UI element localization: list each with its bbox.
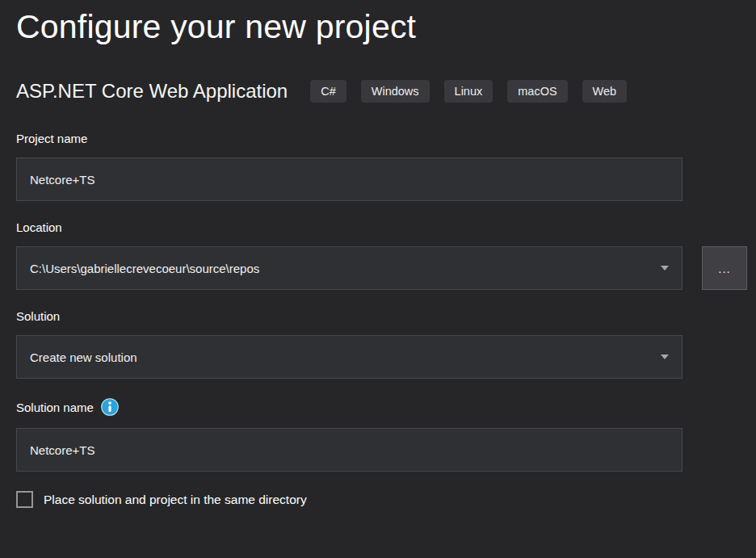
same-directory-checkbox[interactable] <box>16 491 33 508</box>
project-name-label: Project name <box>16 132 756 145</box>
same-directory-label[interactable]: Place solution and project in the same d… <box>44 493 307 507</box>
configure-project-dialog: Configure your new project ASP.NET Core … <box>0 8 756 508</box>
template-info-row: ASP.NET Core Web Application C# Windows … <box>16 80 756 103</box>
chevron-down-icon[interactable] <box>661 355 669 359</box>
location-value: C:\Users\gabriellecrevecoeur\source\repo… <box>30 262 259 275</box>
tag-web: Web <box>582 80 628 103</box>
chevron-down-icon[interactable] <box>661 266 669 271</box>
tag-csharp: C# <box>310 80 346 103</box>
location-label: Location <box>16 220 756 234</box>
solution-name-input[interactable] <box>16 428 682 472</box>
template-name: ASP.NET Core Web Application <box>16 80 288 103</box>
tag-macos: macOS <box>507 80 567 103</box>
location-combobox[interactable]: C:\Users\gabriellecrevecoeur\source\repo… <box>16 246 682 290</box>
info-icon[interactable] <box>101 398 119 416</box>
solution-name-label-row: Solution name <box>16 398 756 416</box>
project-name-input[interactable] <box>16 157 682 201</box>
tag-windows: Windows <box>361 80 430 103</box>
same-directory-row: Place solution and project in the same d… <box>16 491 756 508</box>
solution-name-label: Solution name <box>16 401 94 414</box>
solution-label: Solution <box>16 309 756 323</box>
page-title: Configure your new project <box>16 8 756 46</box>
tag-linux: Linux <box>444 80 494 103</box>
browse-location-button[interactable]: ... <box>702 246 747 290</box>
solution-selected-value: Create new solution <box>30 350 137 364</box>
solution-combobox[interactable]: Create new solution <box>16 335 682 379</box>
location-row: C:\Users\gabriellecrevecoeur\source\repo… <box>16 234 756 290</box>
